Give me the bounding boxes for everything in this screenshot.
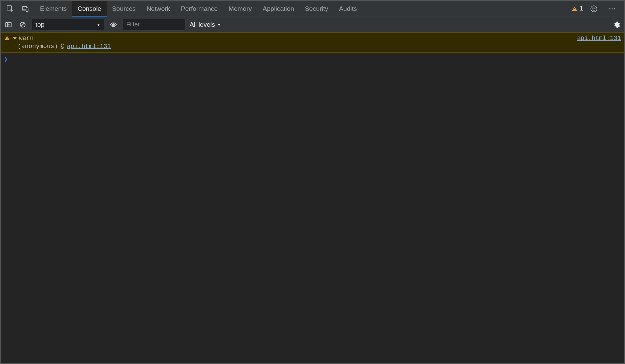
warning-left: warn <box>4 35 34 42</box>
filter-input[interactable] <box>123 19 186 30</box>
warning-counter[interactable]: 1 <box>572 5 583 12</box>
warning-summary-line: warn api.html:131 <box>4 35 621 42</box>
svg-point-9 <box>609 8 610 9</box>
tab-memory[interactable]: Memory <box>223 1 257 17</box>
svg-rect-3 <box>26 8 28 12</box>
tabbar-right: 1 <box>569 1 622 17</box>
clear-console-icon[interactable] <box>18 20 28 30</box>
stack-source-link[interactable]: api.html:131 <box>67 43 111 50</box>
devtools-panel: Elements Console Sources Network Perform… <box>0 0 625 364</box>
prompt-chevron-icon: ❯ <box>4 55 8 63</box>
tab-bar: Elements Console Sources Network Perform… <box>1 1 624 17</box>
console-input[interactable] <box>10 56 621 63</box>
disclosure-triangle-icon[interactable] <box>13 37 17 40</box>
warning-count-value: 1 <box>580 5 583 12</box>
inspect-element-icon[interactable] <box>3 1 18 17</box>
tab-application[interactable]: Application <box>257 1 300 17</box>
tab-label: Elements <box>40 5 67 13</box>
chevron-down-icon: ▼ <box>217 22 221 27</box>
log-levels-select[interactable]: All levels ▼ <box>190 21 221 28</box>
tab-label: Application <box>263 5 294 13</box>
device-toolbar-icon[interactable] <box>18 1 33 17</box>
svg-line-15 <box>21 23 24 26</box>
svg-point-16 <box>112 23 115 26</box>
warning-triangle-icon <box>572 6 578 12</box>
svg-rect-18 <box>7 39 7 40</box>
tab-label: Sources <box>112 5 136 13</box>
svg-point-7 <box>592 8 593 8</box>
chevron-down-icon: ▼ <box>96 22 101 27</box>
tab-security[interactable]: Security <box>300 1 334 17</box>
feedback-icon[interactable] <box>586 5 601 13</box>
levels-label: All levels <box>190 21 215 28</box>
source-link[interactable]: api.html:131 <box>577 35 621 42</box>
warning-stack-line: (anonymous) @ api.html:131 <box>4 42 621 50</box>
console-settings-icon[interactable] <box>611 20 622 30</box>
tab-sources[interactable]: Sources <box>107 1 141 17</box>
svg-rect-17 <box>7 38 7 39</box>
svg-point-11 <box>614 8 615 9</box>
execution-context-select[interactable]: top ▼ <box>32 19 104 30</box>
stack-at-symbol: @ <box>61 43 64 50</box>
tab-label: Network <box>147 5 170 13</box>
tab-network[interactable]: Network <box>141 1 176 17</box>
tab-label: Performance <box>181 5 218 13</box>
tab-console[interactable]: Console <box>72 1 107 17</box>
tab-elements[interactable]: Elements <box>35 1 72 17</box>
tab-performance[interactable]: Performance <box>175 1 223 17</box>
console-toolbar: top ▼ All levels ▼ <box>1 17 624 32</box>
tab-audits[interactable]: Audits <box>333 1 362 17</box>
tabs: Elements Console Sources Network Perform… <box>35 1 569 17</box>
toggle-sidebar-icon[interactable] <box>3 20 14 30</box>
svg-point-10 <box>611 8 612 9</box>
console-warning-message: warn api.html:131 (anonymous) @ api.html… <box>1 32 624 53</box>
console-output: warn api.html:131 (anonymous) @ api.html… <box>1 32 624 363</box>
console-prompt: ❯ <box>1 53 624 66</box>
warning-triangle-icon <box>4 35 10 41</box>
svg-point-6 <box>591 6 597 12</box>
stack-caller: (anonymous) <box>18 43 58 50</box>
live-expression-icon[interactable] <box>108 20 118 30</box>
context-value: top <box>36 21 44 28</box>
svg-point-8 <box>595 8 595 8</box>
tab-label: Memory <box>229 5 252 13</box>
tab-label: Audits <box>339 5 357 13</box>
svg-rect-4 <box>574 8 575 9</box>
tab-label: Console <box>78 5 101 13</box>
svg-rect-5 <box>574 10 575 10</box>
more-menu-icon[interactable] <box>605 5 620 13</box>
warning-text: warn <box>19 35 34 42</box>
tab-label: Security <box>305 5 328 13</box>
